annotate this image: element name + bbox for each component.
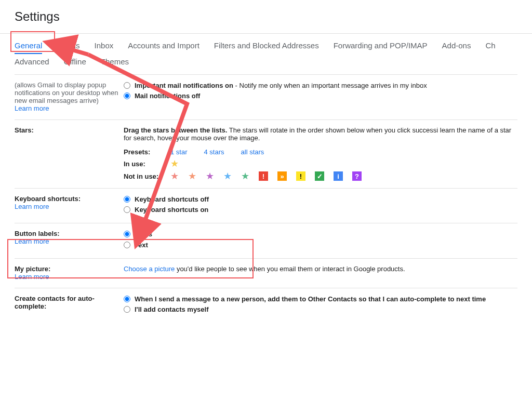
star-icon[interactable]: ★ [241,171,249,181]
label-kbshortcuts-on: Keyboard shortcuts on [135,205,208,215]
preset-1-star[interactable]: 1 star [170,148,188,156]
create-contacts-label: Create contacts for auto-complete: [15,295,95,310]
star-square-icon[interactable]: » [277,171,287,181]
stars-instructions: Drag the stars between the lists. The st… [124,126,517,142]
keyboard-shortcuts-learnmore[interactable]: Learn more [15,203,49,210]
star-square-icon[interactable]: ? [352,171,362,181]
tab-ch[interactable]: Ch [485,41,495,55]
radio-contacts-auto[interactable] [124,296,130,302]
star-square-icon[interactable]: ✓ [315,171,324,181]
radio-kbshortcuts-off[interactable] [124,196,130,203]
my-picture-label: My picture: [15,265,50,273]
radio-important-mail-on[interactable] [124,82,130,89]
tab-bar: GeneralLabelsInboxAccounts and ImportFil… [0,33,532,71]
label-buttonlabels-text: Text [135,241,148,250]
label-contacts-manual: I'll add contacts myself [135,305,209,314]
tab-inbox[interactable]: Inbox [95,41,114,55]
keyboard-shortcuts-label: Keyboard shortcuts: [15,195,81,203]
tab-general[interactable]: General [15,41,42,55]
tab-forwarding-and-pop-imap[interactable]: Forwarding and POP/IMAP [334,41,428,55]
label-important-mail-on: Important mail notifications on - Notify… [135,81,427,90]
preset-4-stars[interactable]: 4 stars [204,148,224,156]
tab-add-ons[interactable]: Add-ons [442,41,471,55]
star-icon[interactable]: ★ [170,159,179,168]
presets-label: Presets: [124,148,170,156]
star-icon[interactable]: ★ [223,171,232,181]
page-title: Settings [15,9,532,24]
star-icon[interactable]: ★ [170,171,179,181]
presets-links: 1 star4 starsall stars [170,148,271,156]
label-buttonlabels-icons: Icons [135,230,152,239]
tab-offline[interactable]: Offline [64,57,86,71]
section-desktop-notifications: (allows Gmail to display popup notificat… [15,74,517,120]
section-stars: Stars: Drag the stars between the lists.… [15,120,517,189]
choose-picture-link[interactable]: Choose a picture [124,265,175,273]
preset-all-stars[interactable]: all stars [241,148,264,156]
section-create-contacts: Create contacts for auto-complete: When … [15,288,517,323]
inuse-label: In use: [124,160,170,168]
label-mail-notifications-off: Mail notifications off [135,91,200,101]
stars-label: Stars: [15,126,34,134]
desktop-notifications-desc: (allows Gmail to display popup notificat… [15,81,118,104]
tab-labels[interactable]: Labels [57,41,79,55]
radio-kbshortcuts-on[interactable] [124,206,130,213]
radio-buttonlabels-text[interactable] [124,242,130,248]
label-kbshortcuts-off: Keyboard shortcuts off [135,195,209,204]
radio-mail-notifications-off[interactable] [124,92,130,99]
star-square-icon[interactable]: ! [259,171,268,181]
my-picture-learnmore[interactable]: Learn more [15,273,49,281]
star-square-icon[interactable]: i [334,171,343,181]
button-labels-learnmore[interactable]: Learn more [15,237,49,245]
button-labels-label: Button labels: [15,230,60,237]
label-contacts-auto: When I send a message to a new person, a… [135,295,486,304]
section-button-labels: Button labels: Learn more Icons Text [15,223,517,258]
notinuse-label: Not in use: [124,172,170,180]
star-icon[interactable]: ★ [206,171,214,181]
radio-contacts-manual[interactable] [124,306,130,313]
star-icon[interactable]: ★ [188,171,196,181]
tab-advanced[interactable]: Advanced [15,57,49,71]
star-square-icon[interactable]: ! [296,171,305,181]
section-keyboard-shortcuts: Keyboard shortcuts: Learn more Keyboard … [15,189,517,223]
tab-accounts-and-import[interactable]: Accounts and Import [128,41,200,55]
my-picture-desc: you'd like people to see when you email … [175,265,405,273]
section-my-picture: My picture: Learn more Choose a picture … [15,259,517,288]
radio-buttonlabels-icons[interactable] [124,231,130,237]
tab-themes[interactable]: Themes [101,57,129,71]
tab-filters-and-blocked-addresses[interactable]: Filters and Blocked Addresses [214,41,319,55]
desktop-notifications-learnmore[interactable]: Learn more [15,104,49,112]
